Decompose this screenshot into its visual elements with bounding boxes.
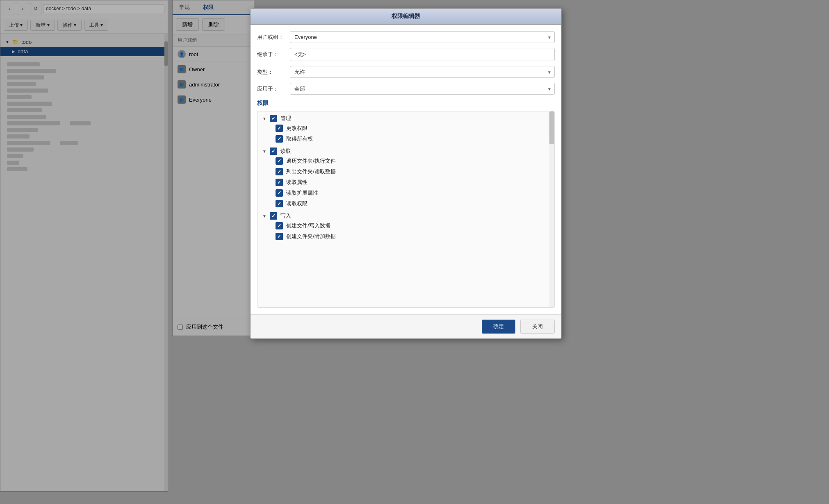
checkbox-create-files[interactable] bbox=[276, 222, 283, 229]
type-select[interactable]: 允许 拒绝 bbox=[290, 66, 555, 78]
perms-scroll-area[interactable]: ▼ 管理 更改权限 取得所有权 ▼ bbox=[257, 111, 555, 308]
perm-group-read-header: ▼ 读取 bbox=[262, 148, 549, 155]
perm-group-write-header: ▼ 写入 bbox=[262, 212, 549, 220]
dialog-body: 用户或组： Everyone 继承于： <无> 类型： 允许 拒绝 应用于 bbox=[251, 25, 561, 314]
checkbox-read[interactable] bbox=[270, 148, 277, 155]
perm-item-create-files: 创建文件/写入数据 bbox=[276, 222, 549, 229]
checkbox-list-folder[interactable] bbox=[276, 168, 283, 175]
perms-section-title: 权限 bbox=[257, 100, 555, 107]
field-label-type: 类型： bbox=[257, 68, 290, 76]
checkbox-take-ownership[interactable] bbox=[276, 135, 283, 143]
perm-label-list-folder: 列出文件夹/读取数据 bbox=[286, 168, 336, 175]
checkbox-write[interactable] bbox=[270, 212, 277, 220]
perm-label-take-ownership: 取得所有权 bbox=[286, 135, 313, 143]
chevron-manage-icon[interactable]: ▼ bbox=[262, 116, 266, 121]
type-select-wrapper: 允许 拒绝 bbox=[290, 66, 555, 78]
perm-item-traverse: 遍历文件夹/执行文件 bbox=[276, 157, 549, 165]
perm-group-read-items: 遍历文件夹/执行文件 列出文件夹/读取数据 读取属性 读取扩展属性 bbox=[262, 157, 549, 207]
checkbox-create-folders[interactable] bbox=[276, 233, 283, 240]
field-label-inherit: 继承于： bbox=[257, 51, 290, 58]
perm-group-manage-label: 管理 bbox=[280, 115, 291, 122]
field-row-applyto: 应用于： 全部 bbox=[257, 83, 555, 95]
perm-group-write: ▼ 写入 创建文件/写入数据 创建文件夹/附加数据 bbox=[262, 212, 549, 240]
perm-label-create-folders: 创建文件夹/附加数据 bbox=[286, 233, 336, 240]
perm-item-take-ownership: 取得所有权 bbox=[276, 135, 549, 143]
perm-item-read-attrs: 读取属性 bbox=[276, 179, 549, 186]
checkbox-change-perms[interactable] bbox=[276, 125, 283, 132]
watermark: CSDN @杨浦老苏 bbox=[786, 495, 822, 501]
permission-editor-dialog: 权限编辑器 用户或组： Everyone 继承于： <无> 类型： 允许 拒绝 bbox=[250, 8, 562, 339]
field-row-user: 用户或组： Everyone bbox=[257, 31, 555, 43]
dialog-footer: 确定 关闭 bbox=[251, 314, 561, 338]
checkbox-read-ext-attrs[interactable] bbox=[276, 189, 283, 197]
perm-item-read-ext-attrs: 读取扩展属性 bbox=[276, 189, 549, 197]
perm-label-traverse: 遍历文件夹/执行文件 bbox=[286, 157, 336, 165]
perm-label-change-perms: 更改权限 bbox=[286, 125, 307, 132]
perm-item-change-perms: 更改权限 bbox=[276, 125, 549, 132]
perm-label-read-ext-attrs: 读取扩展属性 bbox=[286, 189, 318, 197]
perm-item-read-perms: 读取权限 bbox=[276, 200, 549, 207]
perm-label-read-attrs: 读取属性 bbox=[286, 179, 307, 186]
confirm-button[interactable]: 确定 bbox=[482, 320, 515, 334]
checkbox-traverse[interactable] bbox=[276, 157, 283, 165]
chevron-read-icon[interactable]: ▼ bbox=[262, 149, 266, 154]
applyto-select-wrapper: 全部 bbox=[290, 83, 555, 95]
field-row-type: 类型： 允许 拒绝 bbox=[257, 66, 555, 78]
perm-group-manage-items: 更改权限 取得所有权 bbox=[262, 125, 549, 143]
chevron-write-icon[interactable]: ▼ bbox=[262, 214, 266, 218]
checkbox-manage[interactable] bbox=[270, 115, 277, 122]
checkbox-read-attrs[interactable] bbox=[276, 179, 283, 186]
applyto-select[interactable]: 全部 bbox=[290, 83, 555, 95]
perm-group-manage: ▼ 管理 更改权限 取得所有权 bbox=[262, 115, 549, 143]
field-label-applyto: 应用于： bbox=[257, 85, 290, 93]
dialog-title: 权限编辑器 bbox=[251, 9, 561, 25]
scrollbar-thumb[interactable] bbox=[549, 111, 554, 144]
user-select[interactable]: Everyone bbox=[290, 31, 555, 43]
inherit-value: <无> bbox=[290, 48, 555, 61]
perm-item-create-folders: 创建文件夹/附加数据 bbox=[276, 233, 549, 240]
perm-group-read-label: 读取 bbox=[280, 148, 291, 155]
perm-group-write-label: 写入 bbox=[280, 212, 291, 220]
perm-item-list-folder: 列出文件夹/读取数据 bbox=[276, 168, 549, 175]
perm-label-read-perms: 读取权限 bbox=[286, 200, 307, 207]
perm-group-write-items: 创建文件/写入数据 创建文件夹/附加数据 bbox=[262, 222, 549, 240]
user-select-wrapper: Everyone bbox=[290, 31, 555, 43]
scrollbar-track[interactable] bbox=[549, 111, 554, 307]
perm-label-create-files: 创建文件/写入数据 bbox=[286, 222, 330, 229]
field-row-inherit: 继承于： <无> bbox=[257, 48, 555, 61]
perm-group-read: ▼ 读取 遍历文件夹/执行文件 列出文件夹/读取数据 读取属性 bbox=[262, 148, 549, 207]
close-button[interactable]: 关闭 bbox=[520, 320, 555, 334]
checkbox-read-perms[interactable] bbox=[276, 200, 283, 207]
perm-group-manage-header: ▼ 管理 bbox=[262, 115, 549, 122]
field-label-user: 用户或组： bbox=[257, 34, 290, 41]
